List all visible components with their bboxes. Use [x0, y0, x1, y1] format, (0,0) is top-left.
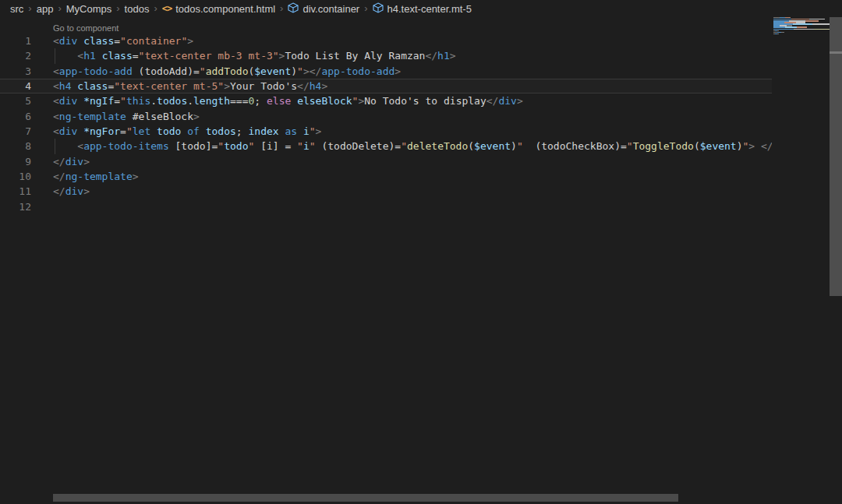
chevron-separator-icon: ›: [28, 2, 31, 14]
breadcrumb-item-h4-text-center-mt-5[interactable]: h4.text-center.mt-5: [373, 2, 472, 16]
breadcrumb-item-todos-component-html[interactable]: <>todos.component.html: [162, 3, 275, 15]
code-text: <div *ngFor="let todo of todos; index as…: [31, 124, 321, 139]
breadcrumb-item-app[interactable]: app: [37, 3, 54, 15]
symbol-cube-icon: [288, 2, 299, 16]
line-number: 2: [0, 48, 31, 63]
code-text: <div class="container">: [31, 33, 193, 48]
line-number: 8: [0, 139, 31, 153]
breadcrumb-item-todos[interactable]: todos: [125, 3, 150, 15]
indent-guide: [55, 139, 55, 153]
go-to-component-link[interactable]: Go to component: [53, 23, 119, 33]
code-text: <ng-template #elseBlock>: [31, 109, 200, 124]
line-number: 7: [0, 124, 31, 139]
code-line-1[interactable]: 1<div class="container">: [0, 33, 772, 48]
breadcrumb-label: src: [10, 3, 23, 15]
line-number: 11: [0, 184, 31, 199]
code-text: <div *ngIf="this.todos.length===0; else …: [31, 93, 523, 108]
line-number: 4: [0, 79, 31, 93]
breadcrumb: src›app›MyComps›todos›<>todos.component.…: [0, 0, 842, 17]
code-line-4[interactable]: 4<h4 class="text-center mt-5">Your Todo'…: [0, 79, 772, 93]
code-line-3[interactable]: 3<app-todo-add (todoAdd)="addTodo($event…: [0, 64, 772, 79]
minimap-line: [773, 29, 830, 30]
breadcrumb-item-src[interactable]: src: [10, 3, 23, 15]
code-line-11[interactable]: 11</div>: [0, 184, 772, 199]
code-line-5[interactable]: 5<div *ngIf="this.todos.length===0; else…: [0, 93, 772, 108]
code-line-7[interactable]: 7<div *ngFor="let todo of todos; index a…: [0, 124, 772, 139]
breadcrumb-label: div.container: [302, 3, 359, 15]
code-text: [31, 199, 53, 214]
code-line-6[interactable]: 6<ng-template #elseBlock>: [0, 109, 772, 124]
codelens-row: Go to component: [0, 17, 772, 33]
minimap-line: [773, 33, 779, 34]
code-line-9[interactable]: 9</div>: [0, 154, 772, 169]
line-number: 9: [0, 154, 31, 169]
chevron-separator-icon: ›: [364, 2, 367, 14]
overview-ruler-cursor-marker: [830, 51, 842, 54]
line-number: 12: [0, 199, 31, 214]
breadcrumb-label: todos.component.html: [175, 3, 275, 15]
code-line-10[interactable]: 10</ng-template>: [0, 169, 772, 184]
breadcrumb-label: app: [37, 3, 54, 15]
code-text: <app-todo-items [todo]="todo" [i] = "i" …: [31, 139, 772, 153]
breadcrumb-item-div-container[interactable]: div.container: [288, 2, 359, 16]
code-text: </ng-template>: [31, 169, 139, 184]
breadcrumb-label: MyComps: [66, 3, 112, 15]
chevron-separator-icon: ›: [280, 2, 283, 14]
code-line-8[interactable]: 8 <app-todo-items [todo]="todo" [i] = "i…: [0, 139, 772, 153]
code-line-12[interactable]: 12: [0, 199, 772, 214]
line-number: 1: [0, 33, 31, 48]
horizontal-scrollbar-thumb[interactable]: [53, 494, 678, 502]
line-number: 5: [0, 93, 31, 108]
breadcrumb-item-mycomps[interactable]: MyComps: [66, 3, 112, 15]
vscode-editor-window: src›app›MyComps›todos›<>todos.component.…: [0, 0, 842, 504]
code-text: <h1 class="text-center mb-3 mt-3">Todo L…: [31, 48, 456, 63]
breadcrumb-label: todos: [125, 3, 150, 15]
html-file-icon: <>: [162, 4, 172, 13]
line-number: 10: [0, 169, 31, 184]
minimap[interactable]: [772, 17, 830, 504]
vertical-scrollbar-thumb[interactable]: [830, 17, 842, 296]
breadcrumb-label: h4.text-center.mt-5: [387, 3, 472, 15]
code-text: </div>: [31, 154, 90, 169]
code-text: <app-todo-add (todoAdd)="addTodo($event)…: [31, 64, 401, 79]
chevron-separator-icon: ›: [154, 2, 157, 14]
symbol-cube-icon: [373, 2, 384, 16]
line-number: 6: [0, 109, 31, 124]
code-text: <h4 class="text-center mt-5">Your Todo's…: [31, 79, 327, 93]
chevron-separator-icon: ›: [116, 2, 119, 14]
code-line-2[interactable]: 2 <h1 class="text-center mb-3 mt-3">Todo…: [0, 48, 772, 63]
code-text: </div>: [31, 184, 90, 199]
chevron-separator-icon: ›: [58, 2, 61, 14]
indent-guide: [55, 48, 55, 63]
editor-pane[interactable]: Go to component 1<div class="container">…: [0, 17, 772, 504]
line-number: 3: [0, 64, 31, 79]
code-lines: 1<div class="container">2 <h1 class="tex…: [0, 33, 772, 214]
